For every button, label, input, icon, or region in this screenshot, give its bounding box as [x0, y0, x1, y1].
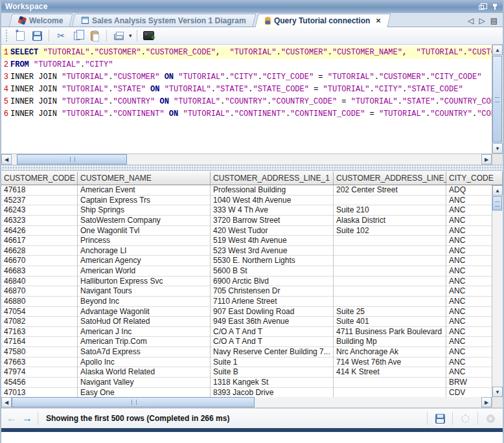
- table-cell: ANC: [446, 277, 492, 287]
- status-message: Showing the first 500 rows (Completed in…: [43, 414, 422, 423]
- table-row[interactable]: 46323SatoWestern Company3720 Barrow Stre…: [1, 216, 492, 226]
- line-number: 5: [1, 96, 10, 108]
- table-row[interactable]: 45237Captain Express Trs1040 West 4th Av…: [1, 196, 492, 206]
- scroll-right-icon[interactable]: ▶: [481, 154, 492, 165]
- save-result-button[interactable]: [433, 414, 447, 424]
- scroll-up-icon[interactable]: ▲: [492, 185, 503, 196]
- print-dropdown-icon[interactable]: ▾: [129, 32, 132, 39]
- table-cell: 3720 Barrow Street: [211, 216, 334, 226]
- table-row[interactable]: 47082SatoHud Of Related949 East 36th Ave…: [1, 317, 492, 327]
- editor-vertical-scrollbar[interactable]: ▲ ▼: [492, 45, 503, 153]
- table-row[interactable]: 47013Easy One8393 Jacob DriveCDV: [1, 388, 492, 398]
- table-cell: CDV: [446, 388, 492, 398]
- column-header[interactable]: CUSTOMER_CODE: [1, 172, 78, 185]
- table-cell: Nrc Anchorage Ak: [334, 347, 446, 358]
- table-cell: Professional Building: [211, 185, 334, 196]
- editor-hscroll-thumb[interactable]: [17, 154, 127, 165]
- table-row[interactable]: 47974Alaska World RelatedSuite B414 K St…: [1, 367, 492, 378]
- editor-vscroll-thumb[interactable]: [492, 56, 502, 142]
- copy-button[interactable]: [71, 28, 85, 43]
- table-row[interactable]: 47580SatoA7d ExpressNavy Reserve Center …: [1, 347, 492, 358]
- table-cell: 907 East Dowling Road: [211, 307, 334, 317]
- split-pane-divider[interactable]: [1, 165, 503, 171]
- scroll-left-icon[interactable]: ◀: [1, 154, 12, 165]
- editor-horizontal-scrollbar[interactable]: ◀ ▶: [1, 154, 503, 165]
- results-table-body[interactable]: 47618American EventProfessional Building…: [1, 185, 492, 397]
- table-row[interactable]: 46243Ship Springs333 W 4 Th AveSuite 210…: [1, 205, 492, 216]
- column-header[interactable]: CITY_CODE: [446, 172, 503, 185]
- column-header[interactable]: CUSTOMER_NAME: [78, 172, 211, 185]
- toolbar-drag-handle[interactable]: [6, 30, 8, 41]
- table-row[interactable]: 47054Advantage Wagonlit907 East Dowling …: [1, 307, 492, 317]
- table-cell: Halliburton Express Svc: [78, 277, 211, 287]
- table-row[interactable]: 46628Anchorage LI523 West 3rd AvenueANC: [1, 246, 492, 256]
- close-tab-icon[interactable]: ×: [376, 17, 382, 24]
- print-button[interactable]: [111, 28, 126, 43]
- table-row[interactable]: 47663Apollo IncSuite 1714 West 76th AveA…: [1, 358, 492, 368]
- scroll-down-icon[interactable]: ▼: [492, 143, 503, 153]
- table-row[interactable]: 47164American Trip.ComC/O A T And TBuild…: [1, 337, 492, 347]
- table-row[interactable]: 46840Halliburton Express Svc6900 Arctic …: [1, 277, 492, 287]
- table-row[interactable]: 45456Navigant Valley1318 Kangek StBRW: [1, 378, 492, 388]
- scroll-right-icon[interactable]: ▶: [481, 397, 492, 407]
- table-row[interactable]: 47163American J IncC/O A T And T4711 Bus…: [1, 327, 492, 337]
- results-panel: CUSTOMER_CODECUSTOMER_NAMECUSTOMER_ADDRE…: [1, 171, 503, 408]
- scroll-tabs-right-icon[interactable]: ▷: [479, 17, 485, 25]
- table-row[interactable]: 46670American Agency5530 E. Northern Lig…: [1, 256, 492, 266]
- scrollbar-corner: [492, 154, 503, 165]
- copy-icon: [74, 32, 80, 40]
- restore-icon[interactable]: [477, 3, 486, 10]
- paste-button[interactable]: [87, 28, 102, 43]
- window-bottom-edge: [1, 428, 503, 432]
- scroll-up-icon[interactable]: ▲: [492, 45, 503, 55]
- pin-icon[interactable]: [490, 3, 499, 10]
- statusbar-separator: [452, 412, 453, 425]
- scroll-left-icon[interactable]: ◀: [1, 397, 12, 407]
- table-hscroll-thumb[interactable]: [12, 397, 255, 407]
- cancel-button[interactable]: ×: [483, 415, 498, 423]
- table-cell: 705 Christensen Dr: [211, 286, 334, 297]
- table-cell: Captain Express Trs: [78, 196, 211, 206]
- table-cell: 1040 West 4th Avenue: [211, 196, 334, 206]
- table-row[interactable]: 46426One Wagonlit Tvl420 West TudorSuite…: [1, 226, 492, 236]
- scroll-tabs-left-icon[interactable]: ◁: [468, 17, 474, 25]
- table-row[interactable]: 47618American EventProfessional Building…: [1, 185, 492, 196]
- save-button[interactable]: [30, 28, 44, 43]
- cut-button[interactable]: ✂: [54, 28, 68, 43]
- back-arrow-icon[interactable]: ←: [6, 413, 17, 424]
- busy-spinner-icon: [458, 415, 472, 423]
- column-header[interactable]: CUSTOMER_ADDRESS_LINE_2: [334, 172, 446, 185]
- table-cell: 46670: [1, 256, 78, 266]
- tab-welcome[interactable]: Welcome: [9, 14, 73, 27]
- window-title: Workspace: [5, 2, 473, 11]
- table-cell: Navigant Tours: [78, 286, 211, 297]
- new-console-button[interactable]: [142, 28, 156, 43]
- tab-list-icon[interactable]: ▤: [490, 17, 498, 25]
- table-row[interactable]: 46870Navigant Tours705 Christensen DrANC: [1, 286, 492, 297]
- column-header[interactable]: CUSTOMER_ADDRESS_LINE_1: [211, 172, 334, 185]
- new-console-icon: [143, 31, 154, 40]
- table-row[interactable]: 46683American World5600 B StANC: [1, 266, 492, 277]
- tab-query-tutorial-connection[interactable]: Query Tutorial connection ×: [255, 14, 391, 27]
- table-cell: 47618: [1, 185, 78, 196]
- tab-scroll-controls: ◁ ▷ ▤: [468, 17, 503, 27]
- table-row[interactable]: 46617Princess519 West 4th AvenueANC: [1, 236, 492, 246]
- sql-editor-lines[interactable]: 1SELECT "TUTORIAL"."CUSTOMER"."CUSTOMER_…: [1, 45, 492, 153]
- table-cell: 45237: [1, 196, 78, 206]
- tab-bar: Welcome Sales Analysis System Version 1 …: [1, 13, 503, 27]
- table-cell: American World: [78, 266, 211, 277]
- tab-sales-analysis-diagram[interactable]: Sales Analysis System Version 1 Diagram: [72, 14, 257, 27]
- table-cell: Navigant Valley: [78, 378, 211, 388]
- table-cell: ANC: [446, 266, 492, 277]
- scrollbar-corner: [492, 397, 503, 407]
- forward-arrow-icon[interactable]: →: [22, 413, 32, 424]
- save-result-icon: [435, 414, 445, 424]
- table-vscroll-thumb[interactable]: [492, 196, 502, 210]
- table-horizontal-scrollbar[interactable]: ◀ ▶: [1, 397, 503, 408]
- table-cell: 414 K Street: [334, 367, 446, 378]
- save-icon: [32, 31, 42, 41]
- table-row[interactable]: 46880Beyond Inc7110 Arlene StreetANC: [1, 297, 492, 307]
- table-vertical-scrollbar[interactable]: ▲ ▼: [492, 185, 503, 397]
- scroll-down-icon[interactable]: ▼: [492, 387, 503, 397]
- new-file-button[interactable]: [13, 28, 27, 43]
